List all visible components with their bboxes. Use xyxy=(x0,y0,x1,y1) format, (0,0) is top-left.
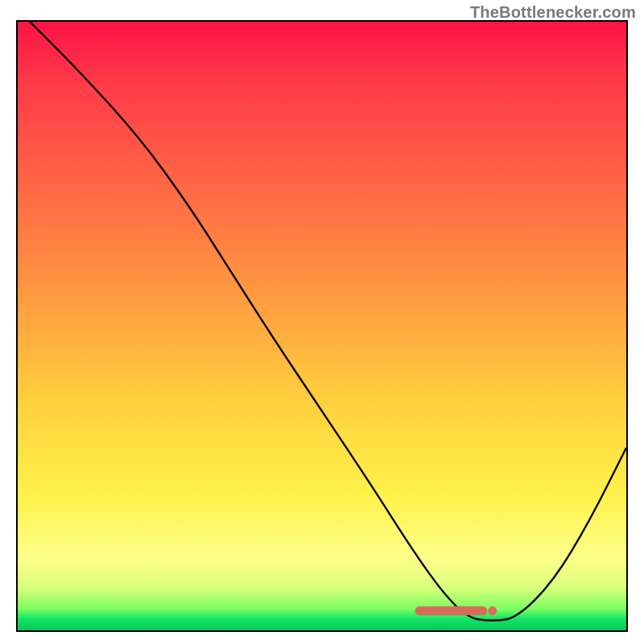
svg-point-1 xyxy=(488,606,497,615)
plot-area xyxy=(16,20,628,632)
chart-stage: TheBottlenecker.com xyxy=(0,0,644,644)
bottleneck-curve xyxy=(30,22,626,621)
chart-overlay xyxy=(18,22,626,630)
attribution-text: TheBottlenecker.com xyxy=(470,3,636,22)
optimum-marker xyxy=(419,606,497,615)
